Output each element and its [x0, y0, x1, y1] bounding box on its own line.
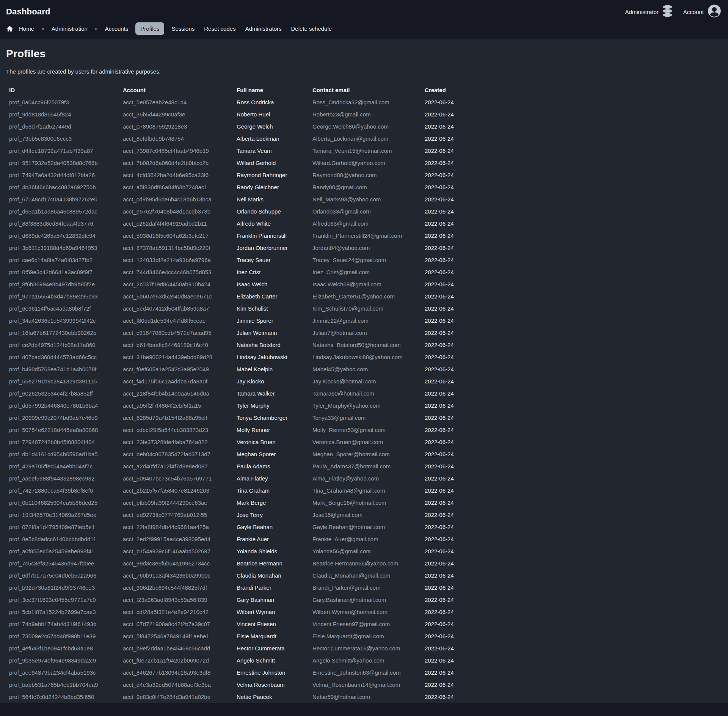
cell-contact-email: Alma_Flatley@yahoo.com: [309, 475, 422, 482]
cell-full-name: Gayle Beahan: [234, 524, 309, 530]
cell-created-date: 2022-06-24: [422, 99, 479, 105]
table-row: prof_8e5c8dadcc6140bcbbdbdd11 acct_2ed2f…: [6, 533, 722, 545]
cell-account-id: acct_23fe37328fde4faba764a822: [120, 439, 234, 445]
cell-profile-id: prof_8e5c8dadcc6140bcbbdbdd11: [6, 536, 120, 542]
cell-profile-id: prof_072f8a1d4795409e87feb5e1: [6, 524, 120, 530]
table-row: prof_16fa67b61772430ebb90262b acct_c9164…: [6, 327, 722, 339]
cell-profile-id: prof_ce2db4975d124fc08e11a860: [6, 342, 120, 348]
cell-created-date: 2022-06-24: [422, 609, 479, 615]
cell-created-date: 2022-06-24: [422, 269, 479, 275]
cell-contact-email: Veronica.Bruen@gmail.com: [309, 439, 422, 445]
table-row: prof_564fc7c0d24244b8bd35f650 acct_9e83c…: [6, 691, 722, 703]
cell-created-date: 2022-06-24: [422, 463, 479, 469]
table-row: prof_cae6c14a8fa74a0f83d27fb2 acct_12403…: [6, 254, 722, 266]
cell-profile-id: prof_7c5c3ef32545436d947fd0ee: [6, 560, 120, 567]
cell-account-id: acct_124033df2e214a93b6a9796a: [120, 257, 234, 263]
cell-full-name: Randy Gleichner: [234, 184, 309, 190]
cell-account-id: acct_f80dd1de594e47fd8ff5ceae: [120, 317, 234, 324]
profiles-table: ID Account Full name Contact email Creat…: [6, 84, 722, 703]
breadcrumb-accounts[interactable]: Accounts: [103, 23, 131, 34]
account-label[interactable]: Account: [683, 9, 704, 15]
cell-created-date: 2022-06-24: [422, 681, 479, 688]
cell-account-id: acct_35b5d44299c0af3e: [120, 111, 234, 118]
cell-created-date: 2022-06-24: [422, 572, 479, 579]
home-icon[interactable]: [6, 25, 13, 32]
cell-contact-email: Jose15@gmail.com: [309, 512, 422, 518]
cell-full-name: Nettie Paucek: [234, 694, 309, 700]
table-row: prof_88f3883d8ed84feaa4fd3776 acct_c262d…: [6, 217, 722, 229]
cell-full-name: Vincent Friesen: [234, 621, 309, 627]
cell-account-id: acct_8efdfbde9b748754: [120, 135, 234, 142]
cell-profile-id: prof_34a42636c1e543999942f42c: [6, 317, 120, 324]
cell-profile-id: prof_3ce37f1623e0455e9771a7c0: [6, 597, 120, 603]
cell-created-date: 2022-06-24: [422, 487, 479, 494]
table-row: prof_50754e62218d445ea8a80868 acct_cdbcf…: [6, 424, 722, 436]
cell-profile-id: prof_16fa67b61772430ebb90262b: [6, 330, 120, 336]
cell-contact-email: Elizabeth_Carter51@yahoo.com: [309, 293, 422, 300]
table-row: prof_d53d7f1ad527449d acct_0789087592921…: [6, 120, 722, 132]
page-description: The profiles are created by users for ad…: [6, 68, 722, 75]
database-icon[interactable]: [662, 5, 673, 19]
cell-account-id: acct_87378ab591314bc58d9c220f: [120, 245, 234, 251]
cell-profile-id: prof_3b611c39188d4d69a9464953: [6, 245, 120, 251]
column-header-account: Account: [120, 87, 234, 93]
table-row: prof_79bb5c8300e6ecc3 acct_8efdfbde9b748…: [6, 132, 722, 144]
nav-item-reset-codes[interactable]: Reset codes: [202, 23, 238, 34]
cell-account-id: acct_e5762f704b8b48d1acdb373b: [120, 208, 234, 215]
cell-account-id: acct_5e057eab2e48c1d4: [120, 99, 234, 105]
table-row: prof_67148cd17c0a4138b97262e0 acct_cd9b9…: [6, 193, 722, 205]
admin-role-label[interactable]: Administrator: [625, 9, 658, 15]
cell-contact-email: Jordan84@yahoo.com: [309, 245, 422, 251]
cell-account-id: acct_4cfd3642ba2d4b6e95ca33f6: [120, 172, 234, 178]
table-body: prof_0a04cc96f25079f3 acct_5e057eab2e48c…: [6, 96, 722, 703]
top-bar: Dashboard Administrator Account: [0, 0, 728, 39]
breadcrumb-home[interactable]: Home: [17, 23, 36, 34]
breadcrumb-nav: Home » Administration » Accounts Profile…: [6, 19, 722, 38]
cell-full-name: Tyler Murphy: [234, 402, 309, 409]
account-avatar-icon[interactable]: [708, 4, 721, 19]
cell-profile-id: prof_0f59e3c42d6641a3ac89f9f7: [6, 269, 120, 275]
table-row: prof_b92d730a81f24d9f93746ee3 acct_306d2…: [6, 581, 722, 594]
cell-created-date: 2022-06-24: [422, 548, 479, 554]
cell-created-date: 2022-06-24: [422, 232, 479, 239]
nav-item-administrators[interactable]: Administrators: [243, 23, 284, 34]
nav-item-delete-schedule[interactable]: Delete schedule: [289, 23, 334, 34]
cell-profile-id: prof_429a705ffec54a4ebb04af7c: [6, 463, 120, 469]
cell-contact-email: Nettie59@hotmail.com: [309, 694, 422, 700]
cell-created-date: 2022-06-24: [422, 281, 479, 287]
table-row: prof_729487242b0b45f08804f404 acct_23fe3…: [6, 436, 722, 448]
nav-item-profiles-active[interactable]: Profiles: [135, 22, 164, 35]
cell-profile-id: prof_aaeef5988f944332898ec932: [6, 475, 120, 482]
cell-profile-id: prof_729487242b0b45f08804f404: [6, 439, 120, 445]
cell-contact-email: Alberta_Lockman@gmail.com: [309, 135, 422, 142]
cell-full-name: Gary Bashirian: [234, 597, 309, 603]
cell-profile-id: prof_9517932e52da40538d8c766b: [6, 160, 120, 166]
cell-created-date: 2022-06-24: [422, 220, 479, 227]
cell-account-id: acct_31be900214a4439ebdd89d28: [120, 354, 234, 360]
cell-account-id: acct_ed9273ffc0774769ab012f55: [120, 512, 234, 518]
cell-created-date: 2022-06-24: [422, 597, 479, 603]
cell-full-name: Raymond Bahringer: [234, 172, 309, 178]
cell-profile-id: prof_d53d7f1ad527449d: [6, 123, 120, 130]
cell-full-name: Tracey Sauer: [234, 257, 309, 263]
cell-created-date: 2022-06-24: [422, 293, 479, 300]
cell-profile-id: prof_b490d5768ea741b1a4b0078f: [6, 366, 120, 372]
cell-contact-email: Julian7@hotmail.com: [309, 330, 422, 336]
cell-contact-email: Jay.Klocko@hotmail.com: [309, 378, 422, 385]
cell-profile-id: prof_d07cad360d444573ad66c5cc: [6, 354, 120, 360]
cell-contact-email: Vincent.Friesen97@gmail.com: [309, 621, 422, 627]
cell-created-date: 2022-06-24: [422, 560, 479, 567]
cell-profile-id: prof_73009e2c67dd48f998b11e39: [6, 633, 120, 639]
cell-profile-id: prof_babb531a765b4eb1bb704ea9: [6, 681, 120, 688]
nav-item-sessions[interactable]: Sessions: [169, 23, 197, 34]
breadcrumb-administration[interactable]: Administration: [49, 23, 90, 34]
cell-contact-email: Isaac.Welch69@gmail.com: [309, 281, 422, 287]
cell-account-id: acct_73987c0485ef4faab4946b19: [120, 148, 234, 154]
cell-profile-id: prof_db1d4161cd954b6596ad1ba5: [6, 451, 120, 457]
cell-contact-email: Yolanda56@gmail.com: [309, 548, 422, 554]
cell-contact-email: Randy80@gmail.com: [309, 184, 422, 190]
cell-profile-id: prof_60262532534c4f27b8a852ff: [6, 390, 120, 397]
cell-contact-email: Elsie.Marquardt@gmail.com: [309, 633, 422, 639]
cell-full-name: George Welch: [234, 123, 309, 130]
cell-profile-id: prof_0a04cc96f25079f3: [6, 99, 120, 105]
